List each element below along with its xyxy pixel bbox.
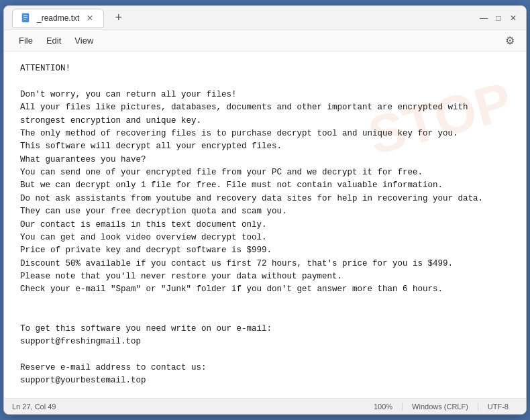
line-reserve-email: support@yourbestemail.top <box>20 376 146 385</box>
zoom-level: 100% <box>374 403 402 411</box>
line-one-file: But we can decrypt only 1 file for free.… <box>20 180 443 190</box>
line-ending: Windows (CRLF) <box>402 403 478 411</box>
line-only-method: The only method of recovering files is t… <box>20 129 458 138</box>
line-spam: Check your e-mail "Spam" or "Junk" folde… <box>20 284 443 294</box>
line-send-file: You can send one of your encrypted file … <box>20 168 423 177</box>
document-text: ATTENTION! Don't worry, you can return a… <box>20 62 510 398</box>
tab-title: _readme.txt <box>37 13 79 23</box>
menu-edit[interactable]: Edit <box>40 33 68 48</box>
line-reserve: Reserve e-mail address to contact us: <box>20 363 207 372</box>
line-to-get: To get this software you need write on o… <box>20 324 272 333</box>
line-price: Price of private key and decrypt softwar… <box>20 246 272 255</box>
line-attention: ATTENTION! <box>20 64 70 73</box>
title-bar-left: _readme.txt ✕ + <box>12 9 479 28</box>
line-discount: Discount 50% available if you contact us… <box>20 259 453 268</box>
menu-view[interactable]: View <box>68 33 100 48</box>
menu-file[interactable]: File <box>12 33 40 48</box>
line-dont-worry: Don't worry, you can return all your fil… <box>20 90 237 99</box>
svg-rect-3 <box>23 19 26 19</box>
status-bar: Ln 27, Col 49 100% Windows (CRLF) UTF-8 <box>4 398 526 414</box>
menu-bar-right: ⚙ <box>502 33 518 49</box>
content-area[interactable]: STOP ATTENTION! Don't worry, you can ret… <box>4 52 526 398</box>
window-close-button[interactable]: ✕ <box>509 13 518 23</box>
svg-rect-2 <box>23 17 28 17</box>
notepad-window: _readme.txt ✕ + — □ ✕ File Edit View ⚙ S… <box>3 5 527 415</box>
line-never: Please note that you'll never restore yo… <box>20 272 342 281</box>
new-tab-button[interactable]: + <box>111 11 126 25</box>
menu-bar: File Edit View ⚙ <box>4 30 526 52</box>
line-strongest: strongest encryption and unique key. <box>20 116 201 125</box>
line-guarantees: What guarantees you have? <box>20 155 146 164</box>
tab-close-button[interactable]: ✕ <box>85 13 95 23</box>
file-icon <box>21 13 32 23</box>
title-bar: _readme.txt ✕ + — □ ✕ <box>4 6 526 30</box>
line-quota: They can use your free decryption quota … <box>20 207 287 216</box>
settings-icon[interactable]: ⚙ <box>502 33 518 49</box>
line-support-email: support@freshingmail.top <box>20 337 141 346</box>
line-contact: Our contact is emails in this text docum… <box>20 220 267 229</box>
encoding: UTF-8 <box>478 403 518 411</box>
svg-rect-1 <box>23 15 28 16</box>
title-bar-controls: — □ ✕ <box>479 13 518 23</box>
active-tab[interactable]: _readme.txt ✕ <box>12 9 104 28</box>
line-all-files: All your files like pictures, databases,… <box>20 103 468 112</box>
maximize-button[interactable]: □ <box>494 13 503 23</box>
line-video: You can get and look video overview decr… <box>20 233 267 242</box>
line-no-ask: Do not ask assistants from youtube and r… <box>20 194 483 203</box>
line-software: This software will decrypt all your encr… <box>20 142 282 151</box>
minimize-button[interactable]: — <box>479 13 488 23</box>
cursor-position: Ln 27, Col 49 <box>12 403 65 411</box>
